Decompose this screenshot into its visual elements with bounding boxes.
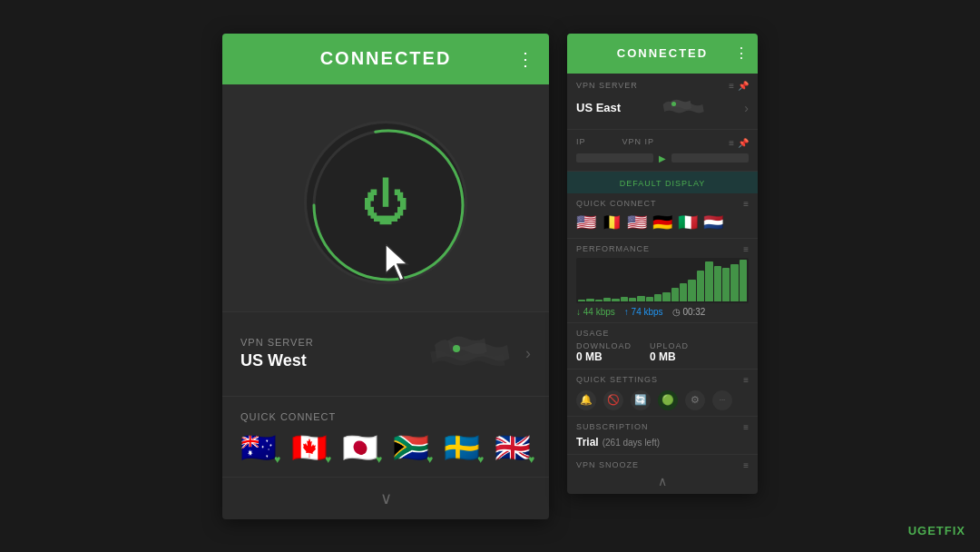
right-qc-list-icon[interactable]: ≡ <box>743 199 749 209</box>
cursor <box>386 244 415 284</box>
settings-gear-icon[interactable]: ⚙ <box>685 390 705 410</box>
snooze-header: VPN SNOOZE ≡ <box>576 460 749 470</box>
usage-label: USAGE <box>576 329 610 338</box>
sub-days: (261 days left) <box>603 438 660 448</box>
perf-label: PERFORMANCE <box>576 244 650 253</box>
right-flag-4[interactable]: 🇮🇹 <box>678 212 698 232</box>
flag-emoji-3: 🇿🇦 <box>393 433 429 462</box>
left-card: CONNECTED ⋮ ⏻ VPN SERVER US West <box>222 34 549 519</box>
right-vpn-server-section: VPN SERVER ≡ 📌 US East › <box>567 74 758 130</box>
performance-section: PERFORMANCE ≡ ↓ 44 kbps ↑ 74 kbps ◷ 00:3… <box>567 239 758 323</box>
perf-bar <box>671 288 679 301</box>
right-flag-1[interactable]: 🇧🇪 <box>602 212 622 232</box>
snooze-label: VPN SNOOZE <box>576 460 639 469</box>
flag-item-4[interactable]: 🇸🇪 ♥ <box>444 433 480 462</box>
perf-bar <box>697 271 704 301</box>
chevron-down-icon: ∨ <box>380 488 392 508</box>
right-header-menu-icon[interactable]: ⋮ <box>734 44 749 62</box>
flag-heart-2: ♥ <box>376 453 382 466</box>
flag-item-2[interactable]: 🇯🇵 ♥ <box>342 433 378 462</box>
qs-header: QUICK SETTINGS ≡ <box>576 375 749 385</box>
svg-marker-2 <box>386 244 407 281</box>
main-container: CONNECTED ⋮ ⏻ VPN SERVER US West <box>222 34 758 519</box>
flag-heart-5: ♥ <box>528 453 534 466</box>
usage-header: USAGE <box>576 329 749 338</box>
flag-emoji-2: 🇯🇵 <box>342 433 378 462</box>
perf-bar <box>722 268 730 301</box>
perf-bar <box>714 266 721 301</box>
sub-name: Trial <box>576 436 599 448</box>
perf-bar <box>680 283 687 301</box>
expand-button[interactable]: ∨ <box>222 477 549 519</box>
flag-heart-4: ♥ <box>477 453 484 466</box>
watermark-suffix: GETFIX <box>917 524 965 537</box>
ip-list-icon[interactable]: ≡ <box>729 138 734 148</box>
right-flag-2[interactable]: 🇺🇸 <box>627 212 647 232</box>
settings-refresh-icon[interactable]: 🔄 <box>631 390 651 410</box>
performance-chart <box>576 258 749 303</box>
right-panel: CONNECTED ⋮ VPN SERVER ≡ 📌 US East <box>567 34 758 494</box>
perf-bar <box>705 261 712 301</box>
flag-item-0[interactable]: 🇦🇺 ♥ <box>240 433 277 462</box>
perf-bar <box>621 297 628 301</box>
server-pin-icon[interactable]: 📌 <box>738 81 749 91</box>
quick-settings-section: QUICK SETTINGS ≡ 🔔 🚫 🔄 🟢 ⚙ ··· <box>567 370 758 417</box>
right-server-row[interactable]: US East › <box>576 94 749 122</box>
flag-emoji-0: 🇦🇺 <box>240 433 277 462</box>
vpn-server-section[interactable]: VPN SERVER US West › <box>222 311 549 396</box>
quick-connect-section: QUICK CONNECT 🇦🇺 ♥ 🇨🇦 ♥ 🇯🇵 ♥ 🇿🇦 ♥ <box>222 396 549 477</box>
world-map-mini <box>426 327 516 381</box>
right-vpn-server-header: VPN SERVER ≡ 📌 <box>576 81 749 91</box>
left-header-menu-icon[interactable]: ⋮ <box>516 48 534 70</box>
flag-item-1[interactable]: 🇨🇦 ♥ <box>291 433 328 462</box>
qs-label: QUICK SETTINGS <box>576 375 658 384</box>
left-header-title: CONNECTED <box>320 48 452 69</box>
vpn-ip-value-block <box>671 153 749 163</box>
subscription-section: SUBSCRIPTION ≡ Trial (261 days left) <box>567 417 758 455</box>
settings-bell-icon[interactable]: 🔔 <box>576 390 596 410</box>
perf-bar <box>662 292 670 301</box>
ip-value-block <box>576 153 653 163</box>
power-icon: ⏻ <box>362 179 409 226</box>
left-card-header: CONNECTED ⋮ <box>222 34 549 84</box>
server-list-icon[interactable]: ≡ <box>729 81 734 91</box>
ip-row: ▶ <box>576 153 749 163</box>
right-flag-5[interactable]: 🇳🇱 <box>703 212 723 232</box>
sub-list-icon[interactable]: ≡ <box>743 422 749 432</box>
qs-list-icon[interactable]: ≡ <box>743 375 749 385</box>
sub-label: SUBSCRIPTION <box>576 422 649 431</box>
usage-row: Download 0 MB Upload 0 MB <box>576 341 749 363</box>
perf-bar <box>654 294 662 301</box>
sub-header: SUBSCRIPTION ≡ <box>576 422 749 432</box>
right-header-title: CONNECTED <box>617 46 708 60</box>
settings-more-icon[interactable]: ··· <box>712 390 732 410</box>
vpn-snooze-section: VPN SNOOZE ≡ ∧ <box>567 455 758 494</box>
ip-pin-icon[interactable]: 📌 <box>738 138 749 148</box>
perf-bar <box>637 296 644 301</box>
ip-section-header: IP VPN IP ≡ 📌 <box>576 137 749 150</box>
right-flag-0[interactable]: 🇺🇸 <box>576 212 596 232</box>
perf-stats: ↓ 44 kbps ↑ 74 kbps ◷ 00:32 <box>576 307 749 317</box>
flag-item-5[interactable]: 🇬🇧 ♥ <box>495 433 531 462</box>
right-vpn-server-label: VPN SERVER <box>576 81 638 90</box>
watermark: UGETFIX <box>908 524 965 537</box>
flag-item-3[interactable]: 🇿🇦 ♥ <box>393 433 429 462</box>
default-display-text: DEFAULT DISPLAY <box>620 179 706 188</box>
upload-usage: Upload 0 MB <box>650 341 689 363</box>
quick-connect-label: QUICK CONNECT <box>240 411 531 422</box>
snooze-list-icon[interactable]: ≡ <box>743 460 749 470</box>
right-flag-row: 🇺🇸 🇧🇪 🇺🇸 🇩🇪 🇮🇹 🇳🇱 <box>576 212 749 232</box>
flag-heart-0: ♥ <box>274 453 280 466</box>
download-usage-label: Download <box>576 341 632 350</box>
right-quick-connect: QUICK CONNECT ≡ 🇺🇸 🇧🇪 🇺🇸 🇩🇪 🇮🇹 🇳🇱 <box>567 193 758 239</box>
right-flag-3[interactable]: 🇩🇪 <box>652 212 672 232</box>
perf-list-icon[interactable]: ≡ <box>743 244 749 254</box>
ip-arrow-icon: ▶ <box>659 153 666 163</box>
settings-green-icon[interactable]: 🟢 <box>658 390 678 410</box>
settings-block-icon[interactable]: 🚫 <box>603 390 623 410</box>
snooze-expand-button[interactable]: ∧ <box>576 474 749 488</box>
perf-bar <box>629 298 636 301</box>
perf-bar <box>595 300 603 301</box>
default-display-bar: DEFAULT DISPLAY <box>567 172 758 193</box>
ip-section-icons: ≡ 📌 <box>729 138 749 148</box>
